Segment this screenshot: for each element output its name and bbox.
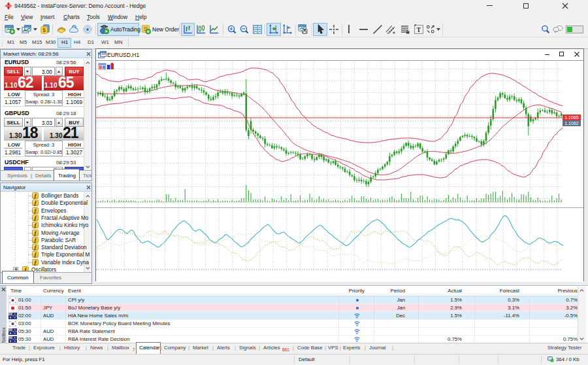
svg-text:T: T (417, 26, 421, 33)
svg-text:1.1062: 1.1062 (564, 121, 579, 126)
svg-text:$: $ (42, 27, 46, 33)
svg-text:1.1065: 1.1065 (564, 115, 579, 120)
